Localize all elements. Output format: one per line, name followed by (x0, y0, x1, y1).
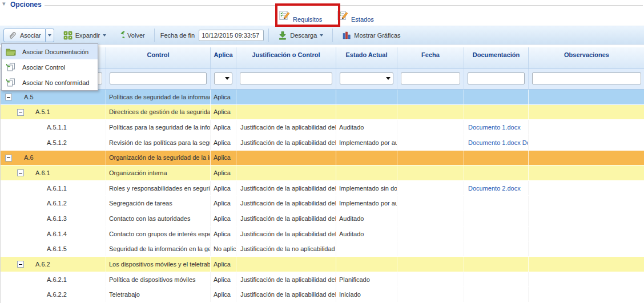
tree-cell: A.6.1.2 (1, 196, 106, 211)
observaciones-cell (529, 105, 644, 120)
expand-icon (63, 31, 73, 40)
table-row[interactable]: A.6.1.5Seguridad de la información en la… (1, 241, 644, 257)
expandir-button[interactable]: Expandir (59, 29, 111, 42)
row-code: A.6.2.1 (47, 272, 67, 287)
column-header-justificacion[interactable]: Justificación o Control (236, 47, 336, 68)
estado-cell: Implementado por aud (336, 196, 397, 211)
document-link[interactable]: Documento 2.docx (468, 185, 521, 192)
tree-cell: A.6.1.3 (1, 211, 106, 226)
observaciones-filter-input[interactable] (532, 72, 641, 84)
table-row[interactable]: A.5.1.2Revisión de las políticas para la… (1, 135, 644, 151)
filter-cell-documentacion (464, 68, 529, 89)
table-row[interactable]: A.6.1.2Segregación de tareasAplicaJustif… (1, 196, 644, 211)
descarga-label: Descarga (290, 32, 317, 39)
column-header-aplica[interactable]: Aplica (211, 47, 236, 68)
row-code: A.6.2.2 (47, 287, 67, 302)
justificacion-cell (236, 257, 336, 272)
fecha-cell (397, 151, 464, 165)
documentacion-filter-input[interactable] (468, 72, 525, 84)
estados-label: Estados (351, 16, 374, 23)
table-row[interactable]: A.6.1.4Contacto con grupos de interés es… (1, 227, 644, 242)
table-row[interactable]: A.5.1.1Políticas para la seguridad de la… (1, 120, 644, 135)
descarga-button[interactable]: Descarga (273, 29, 328, 42)
toolbar-separator (332, 29, 333, 42)
control-cell: Política de dispositivos móviles (106, 272, 211, 287)
column-header-observaciones[interactable]: Observaciones (529, 47, 644, 68)
control-cell: Organización de la seguridad de la infor… (106, 151, 211, 165)
menu-item-asociar-no-conformidad[interactable]: Asociar No conformidad (2, 75, 98, 90)
chevron-down-icon (103, 34, 106, 37)
table-row[interactable]: A.6.1.1Roles y responsabilidades en segu… (1, 181, 644, 196)
column-header-fecha[interactable]: Fecha (397, 47, 464, 68)
documentacion-cell (464, 90, 529, 104)
table-row[interactable]: A.6.1.3Contacto con las autoridadesAplic… (1, 211, 644, 227)
folder-icon (6, 47, 17, 56)
estado-cell: Auditado (336, 227, 397, 241)
volver-button[interactable]: Volver (111, 29, 150, 42)
asociar-label: Asociar (20, 32, 41, 39)
menu-item-asociar-documentacion[interactable]: Asociar Documentación (2, 44, 98, 59)
fecha-fin-input[interactable] (199, 30, 264, 41)
documentacion-cell (464, 257, 529, 272)
control-cell: Roles y responsabilidades en seguridad d… (106, 181, 211, 196)
requisitos-label: Requisitos (293, 16, 322, 23)
estado-cell (336, 105, 397, 120)
mostrar-graficas-button[interactable]: Mostrar Gráficas (337, 29, 405, 42)
asociar-button[interactable]: Asociar (3, 29, 46, 42)
toolbar: Asociar Expandir Volver Fecha de fin Des… (0, 26, 644, 45)
table-row[interactable]: A.6.2Los dispositivos móviles y el telet… (1, 257, 644, 272)
aplica-filter-select[interactable] (214, 72, 232, 84)
table-row[interactable]: A.6.2.1Política de dispositivos móvilesA… (1, 272, 644, 288)
table-row[interactable]: A.5.1Directrices de gestión de la seguri… (1, 105, 644, 120)
document-link[interactable]: Documento 1.docx (468, 124, 521, 131)
table-row[interactable]: A.5Políticas de seguridad de la informac… (1, 90, 644, 105)
table-row[interactable]: A.6Organización de la seguridad de la in… (1, 151, 644, 166)
tree-cell: A.6.2 (1, 257, 106, 272)
estado-cell (336, 165, 397, 180)
documentacion-cell: Documento 1.docx Do (464, 135, 529, 150)
fecha-cell (397, 181, 464, 196)
edit-form-icon (337, 10, 349, 21)
aplica-cell: Aplica (211, 196, 236, 211)
chevron-down-icon (320, 34, 323, 37)
column-header-documentacion[interactable]: Documentación (464, 47, 529, 68)
control-cell: Directrices de gestión de la seguridad d… (106, 105, 211, 120)
collapse-toggle-icon[interactable] (5, 155, 12, 161)
requisitos-button[interactable]: Requisitos (279, 7, 322, 24)
column-header-estado-actual[interactable]: Estado Actual (336, 47, 397, 68)
fecha-cell (397, 135, 464, 150)
control-filter-input[interactable] (110, 72, 207, 84)
aplica-cell: Aplica (211, 105, 236, 120)
collapse-toggle-icon[interactable] (17, 109, 24, 116)
row-code: A.6.1.2 (47, 196, 67, 211)
asociar-dropdown-menu: Asociar DocumentaciónAsociar ControlAsoc… (1, 43, 98, 91)
associate-doc-icon (6, 63, 17, 72)
bar-chart-icon (342, 31, 351, 40)
observaciones-cell (529, 272, 644, 287)
asociar-dropdown-button[interactable] (46, 29, 54, 42)
control-cell: Organización interna (106, 165, 211, 180)
observaciones-cell (529, 241, 644, 256)
documentacion-cell (464, 196, 529, 211)
collapse-toggle-icon[interactable] (5, 94, 12, 100)
justificacion-cell: Justificación de la aplicabilidad del (236, 181, 336, 196)
column-header-control[interactable]: Control (106, 47, 211, 68)
collapse-panel-icon[interactable]: ▾ (2, 0, 6, 7)
fecha-filter-input[interactable] (401, 72, 460, 84)
observaciones-cell (529, 90, 644, 104)
collapse-toggle-icon[interactable] (17, 261, 24, 268)
menu-item-asociar-control[interactable]: Asociar Control (2, 59, 98, 75)
estados-button[interactable]: Estados (337, 7, 374, 24)
row-code: A.6.1.4 (47, 227, 67, 241)
documentacion-cell (464, 151, 529, 165)
collapse-toggle-icon[interactable] (17, 169, 24, 176)
document-link[interactable]: Documento 1.docx Do (468, 139, 529, 146)
table-row[interactable]: A.6.1Organización internaAplica (1, 165, 644, 181)
estado-filter-select[interactable] (340, 72, 393, 84)
table-row[interactable]: A.6.2.2TeletrabajoAplicaJustificación de… (1, 287, 644, 302)
documentacion-cell: Documento 2.docx (464, 181, 529, 196)
justificacion-filter-input[interactable] (240, 72, 332, 84)
tree-cell: A.6.1.5 (1, 241, 106, 256)
documentacion-cell (464, 105, 529, 120)
estado-cell (336, 90, 397, 104)
